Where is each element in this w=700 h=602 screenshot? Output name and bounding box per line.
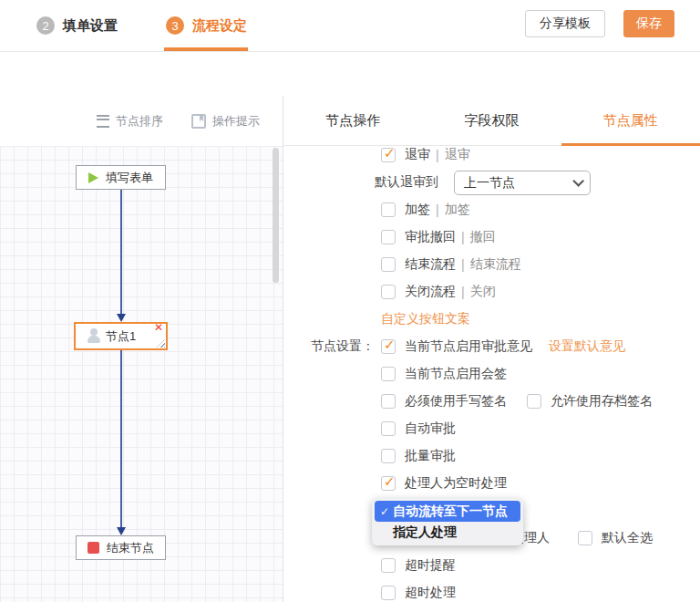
setting-label: 处理人为空时处理 [405, 475, 507, 492]
action-label: 加签 [405, 202, 430, 218]
setting-label: 必须使用手写签名 [405, 393, 507, 410]
setting-label: 默认全选 [602, 530, 653, 546]
share-template-button[interactable]: 分享模板 [525, 10, 605, 37]
setting-row-batch-approve: 批量审批 [381, 447, 456, 465]
setting-row-timeout-handling: 超时处理 [381, 584, 456, 602]
node-start[interactable]: 填写表单 [76, 165, 166, 190]
setting-row-handwritten-signature: 必须使用手写签名 允许使用存档签名 [381, 392, 653, 410]
checkbox-return[interactable] [381, 148, 396, 162]
canvas-toolbar: 节点排序 操作提示 [0, 96, 283, 146]
checkbox-archived-signature[interactable] [527, 394, 541, 409]
action-row-addsign: 加签 | 加签 [381, 201, 470, 219]
action-label: 关闭流程 [405, 284, 456, 300]
node-start-label: 填写表单 [106, 170, 153, 186]
step-2-badge: 2 [36, 16, 55, 35]
checkbox-timeout-handling[interactable] [381, 586, 396, 600]
setting-row-countersign: 当前节点启用会签 [381, 365, 507, 383]
node-task-label: 节点1 [106, 328, 136, 345]
action-label: 审批撤回 [405, 229, 456, 245]
checkbox-withdraw[interactable] [381, 230, 396, 244]
pipe-separator: | [461, 257, 465, 272]
end-node-icon [88, 542, 99, 554]
checkbox-endflow[interactable] [381, 257, 396, 272]
setting-label: 自动审批 [405, 420, 456, 437]
person-icon [87, 328, 101, 344]
setting-label: 允许使用存档签名 [551, 393, 653, 410]
custom-button-text-link[interactable]: 自定义按钮文案 [381, 311, 470, 327]
action-alias: 结束流程 [470, 256, 521, 273]
setting-row-empty-handler: 处理人为空时处理 [381, 474, 507, 493]
setting-row-handler-partial: 处理人 默认全选 [511, 529, 653, 547]
flow-arrowhead [117, 314, 126, 322]
tab-node-properties[interactable]: 节点属性 [561, 96, 700, 145]
node-task-selected[interactable]: 节点1 ✕ [74, 322, 168, 350]
header: 2 填单设置 3 流程设定 分享模板 保存 [0, 0, 700, 52]
node-sort-button[interactable]: 节点排序 [97, 96, 163, 146]
action-label: 退审 [405, 147, 430, 163]
save-button[interactable]: 保存 [623, 10, 674, 37]
pipe-separator: | [461, 285, 465, 299]
node-settings-label: 节点设置： [311, 338, 375, 355]
step-flow-setting[interactable]: 3 流程设定 [166, 0, 247, 51]
node-end[interactable]: 结束节点 [76, 535, 166, 560]
pipe-separator: | [436, 202, 439, 217]
action-alias: 撤回 [470, 229, 496, 245]
action-row-closeflow: 关闭流程 | 关闭 [381, 283, 496, 301]
checkbox-handwritten-signature[interactable] [381, 394, 396, 409]
default-return-value: 上一节点 [464, 175, 515, 192]
checkbox-countersign[interactable] [381, 367, 396, 381]
action-alias: 退审 [445, 147, 470, 163]
default-return-select[interactable]: 上一节点 [454, 171, 591, 195]
bookmark-icon [191, 114, 206, 129]
node-sort-label: 节点排序 [116, 113, 163, 130]
step-3-badge: 3 [166, 16, 184, 35]
dropdown-option-assignee[interactable]: 指定人处理 [375, 522, 520, 543]
flow-arrowhead [117, 527, 126, 535]
checkbox-auto-approve[interactable] [381, 421, 396, 436]
panel-tabbar: 节点操作 字段权限 节点属性 [283, 96, 700, 146]
action-label: 结束流程 [405, 256, 456, 273]
step-fill-form[interactable]: 2 填单设置 [36, 0, 118, 51]
step-3-label: 流程设定 [192, 17, 247, 35]
action-alias: 关闭 [470, 284, 496, 300]
step-2-label: 填单设置 [63, 17, 118, 35]
operation-tips-button[interactable]: 操作提示 [191, 96, 260, 146]
setting-label: 当前节点启用会签 [405, 366, 507, 382]
dropdown-option-auto-flow[interactable]: 自动流转至下一节点 [375, 501, 520, 522]
default-return-row: 默认退审到 [375, 173, 438, 192]
pipe-separator: | [436, 148, 439, 162]
node-properties-panel: 退审 | 退审 默认退审到 上一节点 加签 | 加签 审批撤回 | 撤回 结束流… [283, 146, 700, 602]
play-icon [88, 172, 98, 183]
setting-row-auto-approve: 自动审批 [381, 420, 456, 438]
resize-handle[interactable] [157, 339, 165, 348]
custom-button-text-row: 自定义按钮文案 [381, 310, 470, 328]
action-row-withdraw: 审批撤回 | 撤回 [381, 228, 496, 246]
setting-row-approval-comment: 当前节点启用审批意见 设置默认意见 [381, 337, 625, 356]
action-alias: 加签 [445, 202, 470, 218]
checkbox-closeflow[interactable] [381, 285, 396, 299]
tab-node-operations[interactable]: 节点操作 [283, 96, 422, 145]
pipe-separator: | [461, 230, 465, 244]
chevron-down-icon [572, 175, 584, 187]
checkbox-empty-handler[interactable] [381, 476, 396, 491]
setting-label: 超时提醒 [405, 557, 456, 574]
flow-connector [120, 350, 122, 529]
checkbox-select-all-default[interactable] [578, 531, 592, 545]
checkbox-approval-comment[interactable] [381, 339, 396, 354]
checkbox-addsign[interactable] [381, 202, 396, 217]
default-return-label: 默认退审到 [375, 174, 438, 191]
setting-label: 当前节点启用审批意见 [405, 338, 532, 355]
sort-icon [97, 115, 109, 128]
flow-canvas[interactable]: 填写表单 节点1 ✕ 结束节点 [0, 146, 283, 602]
delete-node-icon[interactable]: ✕ [154, 322, 163, 333]
canvas-scrollbar-thumb[interactable] [273, 148, 279, 283]
checkbox-batch-approve[interactable] [381, 449, 396, 463]
flow-connector [120, 190, 122, 316]
tab-field-permissions[interactable]: 字段权限 [422, 96, 561, 145]
setting-label: 批量审批 [405, 448, 456, 464]
operation-tips-label: 操作提示 [212, 113, 260, 130]
checkbox-timeout-reminder[interactable] [381, 558, 396, 573]
setting-row-timeout-reminder: 超时提醒 [381, 556, 456, 575]
set-default-comment-link[interactable]: 设置默认意见 [549, 338, 625, 355]
action-row-return: 退审 | 退审 [381, 146, 470, 164]
